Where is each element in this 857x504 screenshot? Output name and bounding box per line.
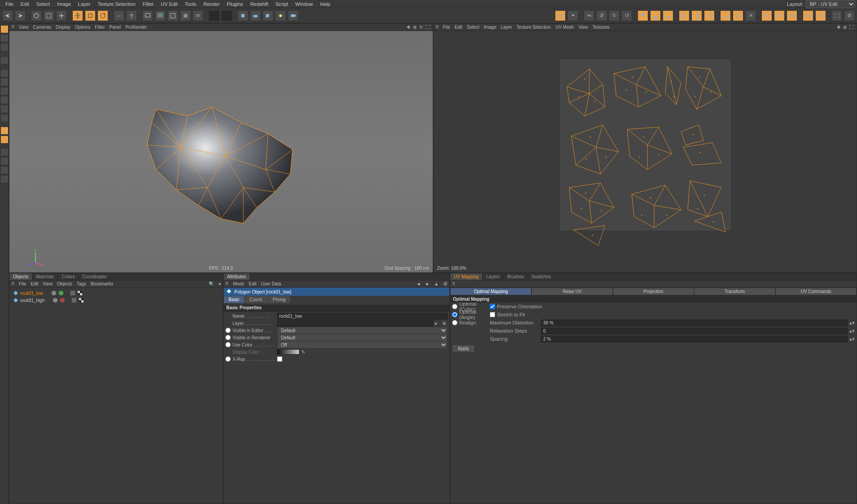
input-relax-steps[interactable] <box>541 328 848 334</box>
render-settings-button[interactable] <box>167 10 178 21</box>
attr-tab-basic[interactable]: Basic <box>224 296 244 303</box>
undo-button[interactable] <box>2 10 13 21</box>
menu-layer[interactable]: Layer <box>75 1 94 7</box>
add-light-button[interactable] <box>275 10 286 21</box>
tab-uvmapping[interactable]: UV Mapping <box>450 273 483 280</box>
uvpoints-mode-button[interactable] <box>0 87 9 95</box>
attr-menu-edit[interactable]: Edit <box>249 281 256 286</box>
uvw-tag-icon[interactable] <box>77 290 83 296</box>
attr-usecolor-radio[interactable] <box>225 342 231 347</box>
texture-mode-button[interactable] <box>0 43 9 51</box>
layer-clear-icon[interactable]: ⊗ <box>442 320 448 326</box>
up-icon[interactable]: ▲ <box>434 281 439 286</box>
attr-menu-userdata[interactable]: User Data <box>261 281 281 286</box>
menu-select[interactable]: Select <box>33 1 54 7</box>
menu-plugins[interactable]: Plugins <box>223 1 246 7</box>
viewport-uv[interactable]: ⠿ File Edit Select Image Layer Texture S… <box>433 23 857 273</box>
uvvp-menu-texture-selection[interactable]: Texture Selection <box>516 25 551 30</box>
redo-button[interactable] <box>15 10 26 21</box>
model-mode-button[interactable] <box>0 25 9 33</box>
menu-edit[interactable]: Edit <box>17 1 33 7</box>
move-button[interactable] <box>56 10 67 21</box>
attr-menu-mode[interactable]: Mode <box>233 281 244 286</box>
attr-visrender-select[interactable]: Default <box>277 334 448 342</box>
uv-fit-button[interactable]: ⛶ <box>831 10 842 21</box>
uvvp-menu-file[interactable]: File <box>443 25 450 30</box>
obj-menu-tags[interactable]: Tags <box>77 281 86 286</box>
menu-image[interactable]: Image <box>53 1 75 7</box>
tab-colors[interactable]: Colors <box>58 273 79 280</box>
input-max-distortion[interactable] <box>541 320 848 326</box>
grip-icon[interactable]: ⠿ <box>435 25 439 30</box>
tab-materials[interactable]: Materials <box>32 273 58 280</box>
add-deformer-button[interactable] <box>263 10 273 21</box>
rect-select-button[interactable] <box>44 10 54 21</box>
object-mode-button[interactable] <box>0 34 9 42</box>
uv-weld-button[interactable]: ✕ <box>745 10 756 21</box>
uvvp-max-icon[interactable]: ⛶ <box>849 25 855 30</box>
layer-pick-icon[interactable]: ▸ <box>435 320 440 326</box>
vp-menu-panel[interactable]: Panel <box>110 25 121 30</box>
uv-align-right-button[interactable]: ▐ <box>704 10 715 21</box>
uv-grid-1-button[interactable]: ▦ <box>803 10 813 21</box>
paint-mode-button[interactable] <box>0 105 9 113</box>
viewport-3d-canvas[interactable]: Y X Z FPS : 214.3 Grid Spacing : 100 cm <box>9 31 433 272</box>
attr-displaycolor-swatch[interactable] <box>277 349 299 355</box>
add-generator-button[interactable] <box>250 10 261 21</box>
uvsubtab-relax[interactable]: Relax UV <box>532 288 613 295</box>
grip-icon[interactable]: ⠿ <box>452 281 455 286</box>
uvvp-menu-image[interactable]: Image <box>484 25 497 30</box>
uv-mirror-h-button[interactable]: ⇋ <box>584 10 594 21</box>
render-3d-button[interactable]: 3D <box>193 10 203 21</box>
uvvp-zoom-icon[interactable]: ⊕ <box>843 25 848 30</box>
attr-name-input[interactable] <box>277 313 448 320</box>
coord-sys-button[interactable] <box>126 10 137 21</box>
obj-menu-bookmarks[interactable]: Bookmarks <box>91 281 113 286</box>
magnet-tool[interactable] <box>0 157 9 165</box>
uv-settings-button[interactable]: ⚙ <box>844 10 855 21</box>
menu-texture-selection[interactable]: Texture Selection <box>94 1 139 7</box>
vp-menu-display[interactable]: Display <box>56 25 70 30</box>
vp-menu-cameras[interactable]: Cameras <box>33 25 52 30</box>
uv-sel-grow-button[interactable]: ✦ <box>567 10 578 21</box>
viewport-uv-canvas[interactable]: +++ +++ ++ +++ +++ +++ ++ +++ + +++ ++ + <box>434 31 857 272</box>
attr-viseditor-radio[interactable] <box>225 328 231 333</box>
color-picker-icon[interactable]: ✎ <box>301 349 307 355</box>
back-icon[interactable]: ◄ <box>416 281 421 286</box>
uvpolys-mode-button[interactable] <box>0 96 9 104</box>
vis-render-dot[interactable] <box>58 290 64 296</box>
uv-grid-2-button[interactable]: ▦ <box>815 10 826 21</box>
render-region-button[interactable] <box>155 10 166 21</box>
menu-render[interactable]: Render <box>200 1 223 7</box>
scale-tool[interactable] <box>85 10 96 21</box>
uv-sel-tool[interactable]: ▦ <box>555 10 566 21</box>
add-primitive-button[interactable] <box>237 10 248 21</box>
uvsubtab-commands[interactable]: UV Commands <box>775 288 857 295</box>
attr-visrender-radio[interactable] <box>225 335 231 340</box>
grip-icon[interactable]: ⠿ <box>11 25 14 30</box>
workplane-tool[interactable] <box>0 175 9 183</box>
attr-usecolor-select[interactable]: Off <box>277 341 448 349</box>
input-spacing[interactable] <box>541 336 848 342</box>
snap-tool[interactable] <box>0 166 9 174</box>
uvvp-menu-layer[interactable]: Layer <box>501 25 512 30</box>
uvvp-menu-edit[interactable]: Edit <box>455 25 462 30</box>
star-tool-2[interactable] <box>0 136 9 144</box>
uv-mirror-v-button[interactable]: ⇵ <box>596 10 607 21</box>
tab-brushes[interactable]: Brushes <box>504 273 528 280</box>
menu-uv-edit[interactable]: UV Edit <box>157 1 181 7</box>
uv-align-top-button[interactable]: ▀ <box>637 10 648 21</box>
search-icon[interactable]: 🔍 <box>209 281 214 286</box>
uvw-tag-icon[interactable] <box>79 298 84 303</box>
attr-xray-check[interactable] <box>277 356 282 362</box>
grip-icon[interactable]: ⠿ <box>11 281 14 286</box>
phong-tag-icon[interactable] <box>70 290 75 296</box>
vp-rotate-icon[interactable]: ↻ <box>419 25 425 30</box>
vis-editor-dot[interactable] <box>53 298 58 303</box>
spinner-icon[interactable]: ▴▾ <box>849 328 855 334</box>
vp-menu-view[interactable]: View <box>19 25 29 30</box>
vp-menu-prorender[interactable]: ProRender <box>125 25 147 30</box>
tree-row-rock01-high[interactable]: rock01_high <box>11 297 221 304</box>
menu-window[interactable]: Window <box>292 1 316 7</box>
menu-redshift[interactable]: Redshift <box>246 1 272 7</box>
